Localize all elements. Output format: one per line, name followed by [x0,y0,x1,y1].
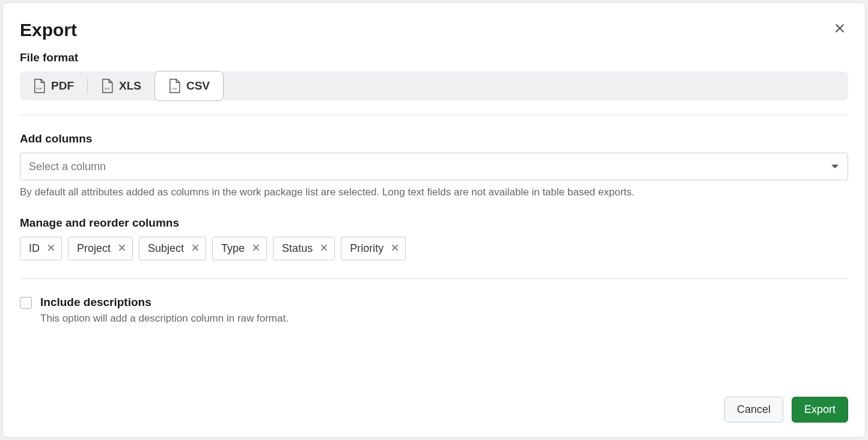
divider [20,278,848,279]
format-label: PDF [51,79,74,93]
svg-text:XLS: XLS [105,87,109,90]
close-button[interactable] [831,20,848,38]
close-icon [118,243,126,254]
format-label: XLS [119,79,141,93]
column-chip-remove[interactable] [320,243,328,254]
close-icon [320,243,328,254]
cancel-button[interactable]: Cancel [724,397,783,423]
include-descriptions-checkbox[interactable] [20,297,32,309]
column-chip-label: Priority [350,242,384,255]
close-icon [834,22,846,36]
column-chip-remove[interactable] [191,243,200,254]
column-chip-label: Type [221,242,245,255]
close-icon [47,243,55,254]
column-chip-list: IDProjectSubjectTypeStatusPriority [20,237,848,260]
file-format-label: File format [20,51,848,64]
close-icon [391,243,399,254]
column-chip[interactable]: Subject [139,237,206,260]
close-icon [191,243,200,254]
column-chip-remove[interactable] [252,243,260,254]
column-chip-label: ID [29,242,40,255]
include-descriptions-label: Include descriptions [40,296,151,309]
svg-text:PDF: PDF [37,87,42,90]
column-chip-remove[interactable] [391,243,399,254]
chevron-down-icon [831,161,839,172]
dialog-title: Export [20,20,848,40]
column-chip-label: Status [282,242,313,255]
format-label: CSV [186,79,210,93]
column-chip-label: Subject [148,242,184,255]
export-button[interactable]: Export [792,397,848,423]
export-dialog: Export File format PDF PDF XLS XLS CSV C… [2,2,866,438]
column-chip-remove[interactable] [47,243,55,254]
add-column-select[interactable]: Select a column [20,153,848,180]
column-chip[interactable]: Status [273,237,335,260]
format-option-csv[interactable]: CSV CSV [154,71,224,101]
format-option-pdf[interactable]: PDF PDF [20,72,87,100]
include-descriptions-hint: This option will add a description colum… [40,313,848,325]
dialog-footer: Cancel Export [20,397,848,423]
column-chip[interactable]: Project [68,237,133,260]
file-format-toggle: PDF PDF XLS XLS CSV CSV [20,72,848,100]
divider [20,115,848,115]
select-placeholder: Select a column [29,160,106,173]
column-chip-label: Project [77,242,111,255]
format-option-xls[interactable]: XLS XLS [88,72,154,100]
file-icon: PDF [33,79,45,93]
file-icon: CSV [168,79,180,93]
add-columns-hint: By default all attributes added as colum… [20,186,848,198]
add-columns-label: Add columns [20,132,848,145]
column-chip-remove[interactable] [118,243,126,254]
column-chip[interactable]: Priority [341,237,406,260]
file-icon: XLS [101,79,113,93]
manage-columns-label: Manage and reorder columns [20,216,848,230]
column-chip[interactable]: ID [20,237,62,260]
close-icon [252,243,260,254]
column-chip[interactable]: Type [212,237,267,260]
svg-text:CSV: CSV [171,87,177,90]
